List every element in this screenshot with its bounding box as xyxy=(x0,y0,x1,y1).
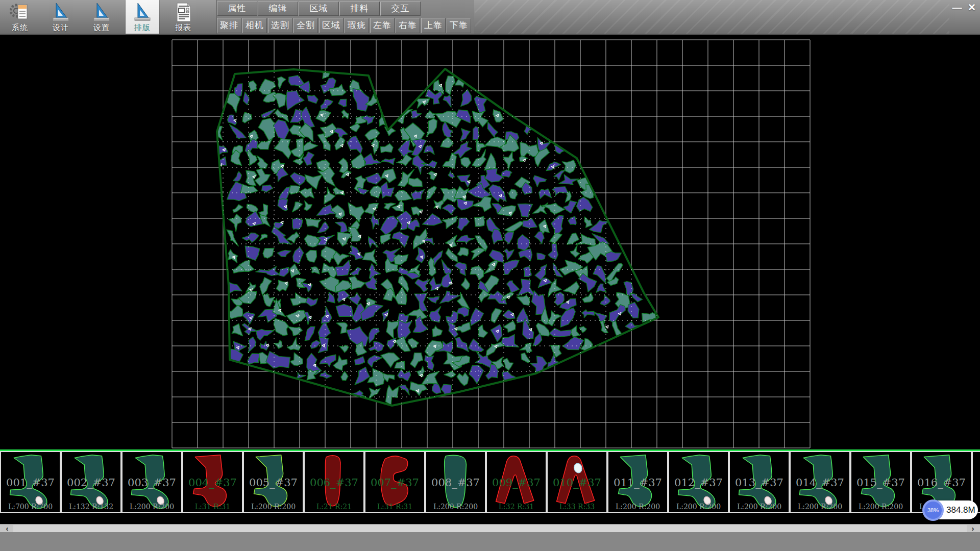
tool-button-9[interactable]: 上靠 xyxy=(421,18,446,33)
part-shape xyxy=(428,453,483,511)
part-thumbnail-4[interactable]: 004_#37L:31 R:31 xyxy=(182,451,243,513)
tool-button-4[interactable]: 全割 xyxy=(293,18,318,33)
gear-doc-icon xyxy=(10,1,30,23)
part-thumbnail-1[interactable]: 001_#37L:700 R:700 xyxy=(0,451,61,513)
report-icon xyxy=(173,1,193,23)
set-square-icon xyxy=(51,1,71,23)
part-thumbnail-3[interactable]: 003_#37L:200 R:200 xyxy=(121,451,182,513)
tool-button-5[interactable]: 区域 xyxy=(319,18,344,33)
nav-button-report[interactable]: 报表 xyxy=(166,0,200,34)
menu-panel: 属性编辑区域排料交互聚排相机选割全割区域瑕疵左靠右靠上靠下靠 xyxy=(216,0,474,34)
tool-button-7[interactable]: 左靠 xyxy=(370,18,395,33)
toolbar: 系统 设计 设置 xyxy=(0,0,980,35)
scroll-left-arrow-icon[interactable]: ‹ xyxy=(1,524,13,533)
progress-circle: 38% xyxy=(922,499,944,521)
part-shape xyxy=(124,453,180,511)
nav-button-system[interactable]: 系统 xyxy=(3,0,37,34)
menu-button-4[interactable]: 排料 xyxy=(339,2,380,16)
set-square-icon xyxy=(91,1,112,23)
part-shape xyxy=(610,453,666,511)
nav-label-nesting: 排版 xyxy=(126,23,159,33)
menu-button-5[interactable]: 交互 xyxy=(380,2,421,16)
application-window: 系统 设计 设置 xyxy=(0,0,980,551)
part-thumbnail-11[interactable]: 011_#37L:200 R:200 xyxy=(607,451,668,513)
part-thumbnail-14[interactable]: 014_#37L:200 R:200 xyxy=(790,451,850,513)
menu-button-3[interactable]: 区域 xyxy=(299,2,339,16)
nav-button-design[interactable]: 设计 xyxy=(44,0,78,34)
part-thumbnail-strip: 001_#37L:700 R:700002_#37L:132 R:132003_… xyxy=(0,449,980,514)
part-thumbnail-12[interactable]: 012_#37L:200 R:200 xyxy=(668,451,729,513)
part-shape xyxy=(671,453,726,511)
part-thumbnail-10[interactable]: 010_#37L:33 R:33 xyxy=(547,451,607,513)
menu-button-2[interactable]: 编辑 xyxy=(258,2,298,16)
tool-button-1[interactable]: 聚排 xyxy=(217,18,241,33)
part-shape xyxy=(367,453,423,511)
part-shape xyxy=(549,453,605,511)
toolbar-hatch-decoration xyxy=(475,0,949,34)
status-bar xyxy=(0,532,980,551)
part-thumbnail-13[interactable]: 013_#37L:200 R:200 xyxy=(729,451,790,513)
part-thumbnail-15[interactable]: 015_#37L:200 R:200 xyxy=(850,451,911,513)
tool-button-2[interactable]: 相机 xyxy=(242,18,267,33)
part-thumbnail-9[interactable]: 009_#37L:32 R:31 xyxy=(486,451,547,513)
memory-usage-badge: 38% 384.8M xyxy=(924,500,978,519)
close-button[interactable]: ✕ xyxy=(965,2,978,14)
part-shape xyxy=(731,453,787,511)
tool-button-6[interactable]: 瑕疵 xyxy=(345,18,369,33)
part-thumbnail-8[interactable]: 008_#37L:200 R:200 xyxy=(425,451,486,513)
part-thumbnail-2[interactable]: 002_#37L:132 R:132 xyxy=(61,451,121,513)
nav-button-nesting[interactable]: 排版 xyxy=(126,0,159,34)
part-shape xyxy=(853,453,909,511)
memory-value: 384.8M xyxy=(946,500,975,519)
part-thumbnail-6[interactable]: 006_#37L:21 R:21 xyxy=(304,451,364,513)
part-thumbnail-5[interactable]: 005_#37L:200 R:200 xyxy=(243,451,304,513)
part-shape xyxy=(246,453,301,511)
menu-button-1[interactable]: 属性 xyxy=(217,2,257,16)
scroll-right-arrow-icon[interactable]: › xyxy=(967,524,979,533)
nav-label-report: 报表 xyxy=(166,23,200,33)
tool-button-10[interactable]: 下靠 xyxy=(447,18,471,33)
set-square-icon xyxy=(132,1,153,23)
part-shape xyxy=(792,453,848,511)
part-shape xyxy=(306,453,362,511)
tool-button-3[interactable]: 选割 xyxy=(268,18,292,33)
nav-button-settings[interactable]: 设置 xyxy=(85,0,118,34)
scrollbar-thumb[interactable] xyxy=(13,525,967,532)
minimize-button[interactable]: — xyxy=(951,2,963,14)
nav-label-system: 系统 xyxy=(3,23,37,33)
horizontal-scrollbar[interactable]: ‹ › xyxy=(0,524,980,532)
part-shape xyxy=(63,453,119,511)
part-shape xyxy=(488,453,544,511)
part-thumbnail-7[interactable]: 007_#37L:31 R:31 xyxy=(364,451,425,513)
nesting-canvas[interactable] xyxy=(0,35,980,449)
part-shape xyxy=(185,453,240,511)
nav-label-design: 设计 xyxy=(44,23,78,33)
part-shape xyxy=(3,453,58,511)
nav-label-settings: 设置 xyxy=(85,23,118,33)
tool-button-8[interactable]: 右靠 xyxy=(396,18,420,33)
